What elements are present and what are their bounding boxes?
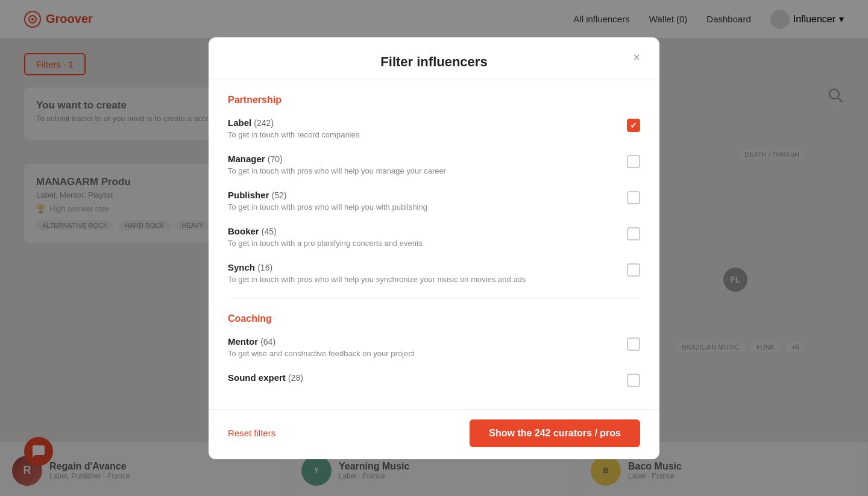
- filter-synch-count: (16): [257, 263, 272, 272]
- close-button[interactable]: ×: [628, 49, 645, 66]
- show-curators-button[interactable]: Show the 242 curators / pros: [470, 419, 640, 447]
- filter-sound-expert-count: (28): [288, 373, 303, 383]
- filter-label-desc: To get in touch with record companies: [228, 130, 359, 139]
- filter-booker-desc: To get in touch with a pro planifying co…: [228, 239, 423, 248]
- filter-synch-desc: To get in touch with pros who will help …: [228, 275, 526, 284]
- filter-item-synch: Synch (16) To get in touch with pros who…: [228, 262, 640, 284]
- publisher-checkbox[interactable]: [627, 191, 640, 204]
- filter-item-booker: Booker (45) To get in touch with a pro p…: [228, 226, 640, 248]
- partnership-section: Partnership Label (242) To get in touch …: [228, 95, 640, 284]
- section-divider: [228, 298, 640, 299]
- filter-item-mentor: Mentor (64) To get wise and constructive…: [228, 336, 640, 358]
- filter-item-manager: Manager (70) To get in touch with pros w…: [228, 154, 640, 175]
- mentor-checkbox[interactable]: [627, 337, 640, 351]
- synch-checkbox[interactable]: [627, 263, 640, 277]
- booker-checkbox[interactable]: [627, 227, 640, 240]
- filter-item-sound-expert: Sound expert (28): [228, 372, 640, 387]
- filter-publisher-count: (52): [272, 190, 287, 200]
- modal-footer: Reset filters Show the 242 curators / pr…: [209, 409, 659, 459]
- manager-checkbox[interactable]: [627, 155, 640, 168]
- filter-manager-count: (70): [268, 154, 283, 164]
- filter-sound-expert-name: Sound expert (28): [228, 372, 303, 383]
- coaching-section: Coaching Mentor (64) To get wise and con…: [228, 313, 640, 387]
- partnership-heading: Partnership: [228, 95, 640, 105]
- filter-booker-name: Booker (45): [228, 226, 423, 236]
- filter-synch-name: Synch (16): [228, 262, 526, 272]
- filter-item-label: Label (242) To get in touch with record …: [228, 118, 640, 139]
- filter-manager-name: Manager (70): [228, 154, 446, 164]
- filter-booker-count: (45): [262, 227, 277, 236]
- filter-mentor-desc: To get wise and constructive feedback on…: [228, 349, 414, 358]
- filter-mentor-name: Mentor (64): [228, 336, 414, 347]
- filter-manager-desc: To get in touch with pros who will help …: [228, 166, 446, 175]
- filter-item-publisher: Publisher (52) To get in touch with pros…: [228, 190, 640, 212]
- modal-header: Filter influencers ×: [209, 37, 659, 80]
- coaching-heading: Coaching: [228, 313, 640, 324]
- filter-label-count: (242): [254, 118, 274, 128]
- filter-mentor-count: (64): [260, 337, 275, 347]
- filter-label-name: Label (242): [228, 118, 359, 128]
- filter-publisher-name: Publisher (52): [228, 190, 427, 200]
- reset-filters-button[interactable]: Reset filters: [228, 428, 275, 438]
- filter-publisher-desc: To get in touch with pros who will help …: [228, 202, 427, 212]
- label-checkbox[interactable]: [627, 119, 640, 132]
- modal-body: Partnership Label (242) To get in touch …: [209, 80, 659, 409]
- sound-expert-checkbox[interactable]: [627, 374, 640, 387]
- modal-title: Filter influencers: [228, 54, 640, 70]
- filter-modal: Filter influencers × Partnership Label (…: [209, 37, 659, 459]
